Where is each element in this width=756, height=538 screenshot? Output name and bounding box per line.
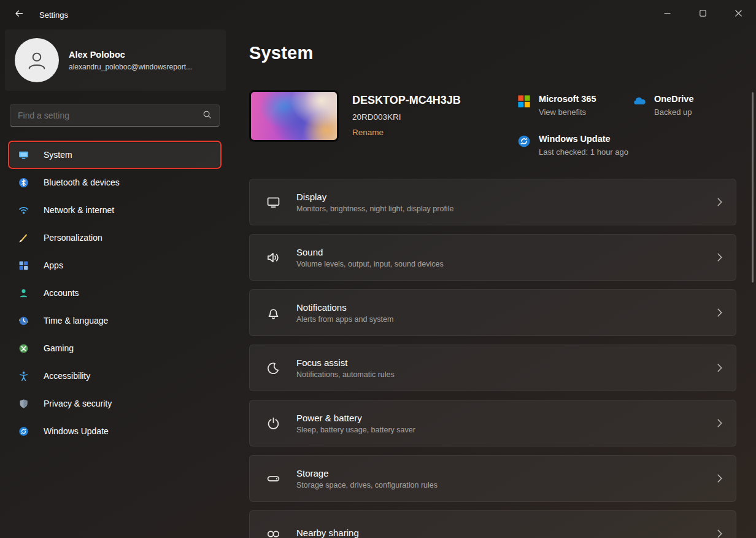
- sidebar-item-accessibility[interactable]: Accessibility: [10, 364, 220, 388]
- card-title: Display: [296, 192, 453, 202]
- chevron-right-icon: [717, 364, 722, 372]
- focus-assist-icon: [266, 361, 280, 375]
- card-nearby-sharing[interactable]: Nearby sharing: [249, 510, 736, 538]
- windows-update-icon: [18, 426, 29, 437]
- sidebar-item-label: Time & language: [44, 316, 108, 326]
- sidebar-item-gaming[interactable]: Gaming: [10, 336, 220, 361]
- profile-text: Alex Poloboc alexandru_poloboc@windowsre…: [69, 50, 192, 71]
- personalization-icon: [18, 233, 29, 243]
- main-content: System DESKTOP-MC4H3JB 20RD003KRI Rename…: [249, 29, 736, 538]
- chevron-right-icon: [717, 198, 722, 206]
- card-title: Storage: [296, 468, 438, 478]
- card-subtitle: Notifications, automatic rules: [296, 370, 395, 379]
- profile-email: alexandru_poloboc@windowsreport...: [69, 63, 192, 71]
- titlebar: Settings: [0, 0, 756, 29]
- card-subtitle: Alerts from apps and system: [296, 315, 393, 324]
- chevron-right-icon: [717, 308, 722, 317]
- device-info: DESKTOP-MC4H3JB 20RD003KRI Rename: [352, 90, 461, 138]
- sidebar-item-apps[interactable]: Apps: [10, 253, 220, 278]
- status-title: Windows Update: [539, 134, 628, 144]
- sound-icon: [266, 250, 280, 265]
- card-sound[interactable]: Sound Volume levels, output, input, soun…: [249, 234, 736, 281]
- status-subtitle[interactable]: Backed up: [654, 107, 693, 117]
- card-text: Power & battery Sleep, battery usage, ba…: [296, 413, 415, 434]
- time-language-icon: [18, 316, 29, 326]
- sidebar-item-accounts[interactable]: Accounts: [10, 281, 220, 305]
- card-notifications[interactable]: Notifications Alerts from apps and syste…: [249, 289, 736, 336]
- status-subtitle[interactable]: View benefits: [539, 107, 596, 117]
- nearby-sharing-icon: [266, 526, 280, 538]
- sidebar-item-label: Gaming: [44, 343, 74, 353]
- accessibility-icon: [18, 371, 29, 381]
- card-text: Display Monitors, brightness, night ligh…: [296, 192, 453, 213]
- status-text: Microsoft 365 View benefits: [539, 94, 596, 117]
- vertical-scrollbar[interactable]: [752, 92, 754, 283]
- sidebar-item-system[interactable]: System: [10, 142, 220, 167]
- sidebar-item-label: Windows Update: [44, 426, 109, 436]
- sidebar-item-label: Accounts: [44, 288, 79, 298]
- sidebar-item-label: Accessibility: [44, 371, 90, 381]
- status-title: OneDrive: [654, 94, 693, 104]
- sidebar-item-privacy-security[interactable]: Privacy & security: [10, 391, 220, 416]
- card-storage[interactable]: Storage Storage space, drives, configura…: [249, 455, 736, 502]
- card-subtitle: Storage space, drives, configuration rul…: [296, 481, 438, 489]
- back-button[interactable]: [7, 6, 31, 24]
- status-windows-update[interactable]: Windows Update Last checked: 1 hour ago: [517, 134, 632, 157]
- card-subtitle: Sleep, battery usage, battery saver: [296, 426, 415, 434]
- sidebar-item-windows-update[interactable]: Windows Update: [10, 419, 220, 443]
- search-icon: [202, 110, 212, 122]
- device-section: DESKTOP-MC4H3JB 20RD003KRI Rename Micros…: [249, 90, 736, 157]
- sidebar: Alex Poloboc alexandru_poloboc@windowsre…: [0, 29, 231, 538]
- storage-icon: [266, 471, 280, 486]
- search-box: [10, 104, 220, 127]
- card-title: Power & battery: [296, 413, 415, 423]
- card-subtitle: Volume levels, output, input, sound devi…: [296, 260, 444, 268]
- card-title: Nearby sharing: [296, 528, 359, 538]
- status-text: Windows Update Last checked: 1 hour ago: [539, 134, 628, 157]
- card-power-battery[interactable]: Power & battery Sleep, battery usage, ba…: [249, 400, 736, 446]
- chevron-right-icon: [717, 419, 722, 427]
- gaming-icon: [18, 343, 29, 354]
- avatar: [15, 38, 59, 82]
- accounts-icon: [18, 288, 29, 298]
- sidebar-item-label: Privacy & security: [44, 399, 112, 408]
- card-title: Notifications: [296, 302, 393, 313]
- status-grid: Microsoft 365 View benefits OneDrive Bac…: [517, 90, 736, 157]
- card-text: Nearby sharing: [296, 528, 359, 538]
- card-text: Notifications Alerts from apps and syste…: [296, 302, 393, 324]
- sidebar-item-bluetooth-devices[interactable]: Bluetooth & devices: [10, 170, 220, 195]
- close-button[interactable]: [720, 0, 756, 27]
- minimize-button[interactable]: [649, 0, 685, 27]
- windows-update-icon: [517, 134, 531, 149]
- sidebar-item-label: Personalization: [44, 233, 102, 243]
- window-controls: [649, 0, 756, 27]
- person-icon: [25, 49, 48, 72]
- card-focus-assist[interactable]: Focus assist Notifications, automatic ru…: [249, 345, 736, 391]
- card-title: Sound: [296, 247, 444, 257]
- profile-name: Alex Poloboc: [69, 50, 192, 60]
- notifications-icon: [266, 305, 280, 320]
- device-wallpaper-thumbnail: [249, 90, 339, 142]
- search-input[interactable]: [18, 111, 202, 120]
- sidebar-item-label: Network & internet: [44, 205, 114, 215]
- sidebar-item-time-language[interactable]: Time & language: [10, 308, 220, 333]
- profile-section: Alex Poloboc alexandru_poloboc@windowsre…: [5, 29, 226, 91]
- maximize-button[interactable]: [685, 0, 720, 27]
- sidebar-item-label: Bluetooth & devices: [44, 177, 120, 187]
- card-display[interactable]: Display Monitors, brightness, night ligh…: [249, 179, 736, 225]
- sidebar-item-label: Apps: [44, 260, 63, 270]
- page-title: System: [249, 43, 736, 63]
- sidebar-item-network-internet[interactable]: Network & internet: [10, 198, 220, 222]
- status-text: OneDrive Backed up: [654, 94, 693, 117]
- settings-card-list: Display Monitors, brightness, night ligh…: [249, 179, 736, 538]
- close-icon: [735, 8, 742, 19]
- status-microsoft-365[interactable]: Microsoft 365 View benefits: [517, 94, 632, 117]
- rename-link[interactable]: Rename: [352, 128, 384, 137]
- chevron-right-icon: [717, 253, 722, 262]
- display-icon: [266, 195, 280, 209]
- sidebar-item-personalization[interactable]: Personalization: [10, 225, 220, 250]
- chevron-right-icon: [717, 529, 722, 538]
- status-onedrive[interactable]: OneDrive Backed up: [632, 94, 736, 117]
- chevron-right-icon: [717, 474, 722, 483]
- onedrive-icon: [632, 94, 647, 109]
